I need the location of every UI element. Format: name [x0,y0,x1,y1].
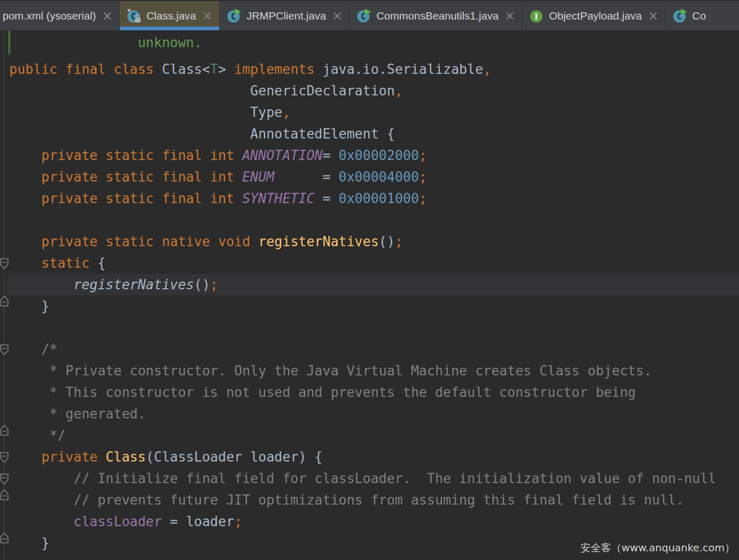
code-line: * This constructor is not used and preve… [9,382,716,403]
fold-end-marker[interactable] [0,295,9,307]
code-line: Type, [9,102,716,123]
code-line: static { [9,252,716,274]
svg-text:I: I [534,11,538,22]
code-line [9,209,716,231]
tab-title: Class.java [146,10,196,22]
change-marker [8,31,10,54]
close-tab-icon[interactable]: × [102,10,112,22]
tab-title: pom.xml (ysoserial) [3,10,96,22]
code-area: public final class Class<T> implements j… [9,58,716,554]
editor-tab-bar: pom.xml (ysoserial)×C Class.java×CJRMPCl… [0,0,739,30]
fold-start-marker[interactable] [0,452,9,463]
fold-end-marker[interactable] [0,425,9,436]
active-tab-underline [120,27,219,30]
java-class-icon: C [672,8,688,24]
code-line: private Class(ClassLoader loader) { [9,446,716,468]
fold-start-marker[interactable] [0,344,9,355]
close-tab-icon[interactable]: × [648,10,658,22]
code-line: AnnotatedElement { [9,123,716,145]
code-line: unknown. [9,32,628,53]
code-line: */ [9,425,716,446]
code-line: registerNatives(); [9,274,716,295]
close-tab-icon[interactable]: × [202,10,212,22]
watermark: 安全客（www.anquanke.com） [580,541,735,555]
code-line [9,317,716,338]
code-line: private static final int ENUM = 0x000040… [9,166,716,188]
tab-title: ObjectPayload.java [549,10,642,22]
fold-start-marker[interactable] [0,473,9,485]
code-line: private static native void registerNativ… [9,231,716,252]
tab-pom-xml-ysoserial[interactable]: pom.xml (ysoserial)× [0,1,120,30]
tab-title: JRMPClient.java [246,10,326,22]
code-line: private static final int SYNTHETIC = 0x0… [9,188,716,209]
code-line: classLoader = loader; [9,511,716,532]
code-line: public final class Class<T> implements j… [9,58,716,80]
code-line: private static final int ANNOTATION= 0x0… [9,145,716,166]
code-line: // prevents future JIT optimizations fro… [9,489,716,511]
ide-window: representation of the package and the mo… [0,0,739,560]
code-line: * generated. [9,403,716,425]
tab-co[interactable]: CCo [666,1,706,30]
tab-commonsbeanutils1-java[interactable]: CCommonsBeanutils1.java× [349,1,522,30]
fold-end-marker[interactable] [0,532,9,544]
java-class-icon: C [226,8,242,24]
code-line: /* [9,338,716,360]
tab-title: CommonsBeanutils1.java [376,10,498,22]
close-tab-icon[interactable]: × [505,10,515,22]
java-interface-icon: I [529,8,544,24]
java-class-lock-icon: C [126,8,142,24]
code-line: GenericDeclaration, [9,80,716,102]
fold-start-marker[interactable] [0,258,9,269]
tab-class-java[interactable]: C Class.java× [120,1,220,30]
code-line: * Private constructor. Only the Java Vir… [9,360,716,382]
java-class-icon: C [356,8,372,24]
tab-title: Co [692,10,706,22]
code-line: } [9,295,716,317]
code-line: // Initialize final field for classLoade… [9,468,716,489]
close-tab-icon[interactable]: × [332,10,342,22]
fold-end-marker[interactable] [0,489,9,501]
tab-jrmpclient-java[interactable]: CJRMPClient.java× [220,1,349,30]
tab-objectpayload-java[interactable]: IObjectPayload.java× [522,1,666,30]
code-editor[interactable]: representation of the package and the mo… [0,29,739,560]
